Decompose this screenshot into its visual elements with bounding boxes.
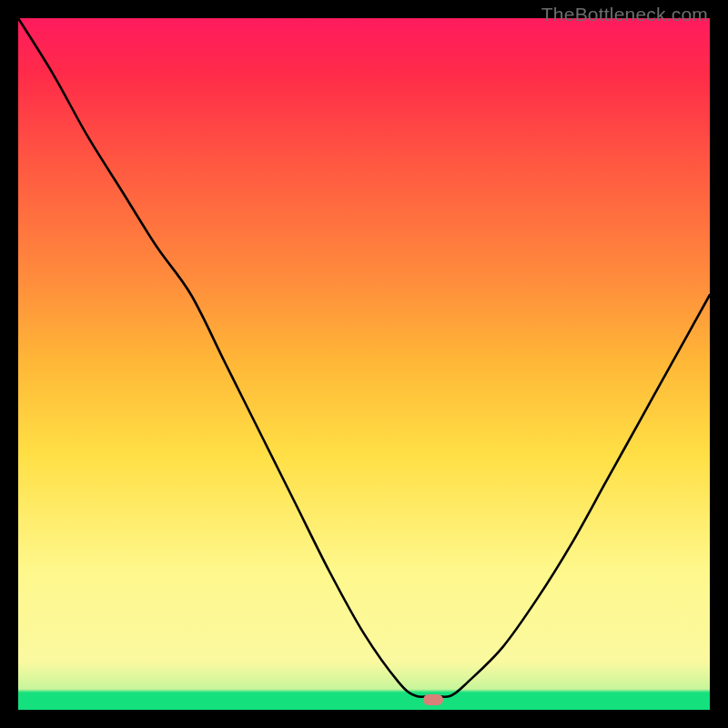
optimum-marker — [423, 694, 443, 705]
watermark-text: TheBottleneck.com — [541, 4, 708, 25]
bottleneck-curve — [18, 18, 710, 710]
plot-area — [18, 18, 710, 710]
chart-stage: TheBottleneck.com — [0, 0, 728, 728]
